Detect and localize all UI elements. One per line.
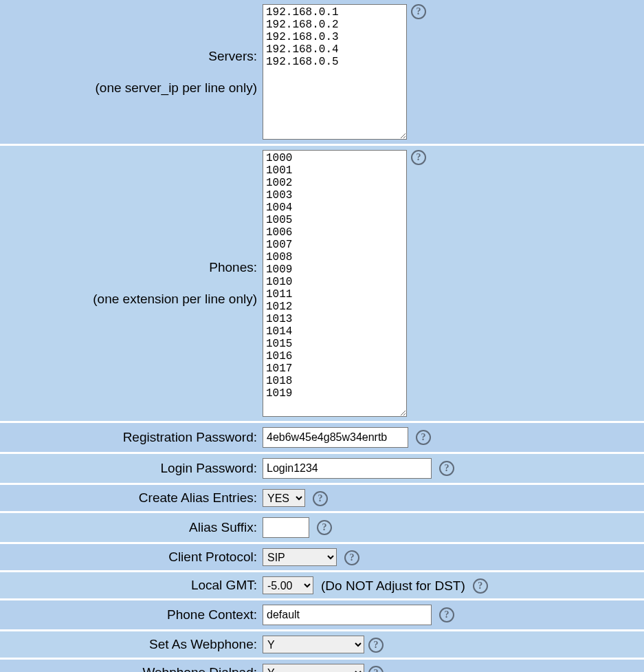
client-protocol-select[interactable]: SIP	[263, 548, 337, 566]
phone-context-input[interactable]	[263, 605, 432, 625]
create-alias-label: Create Alias Entries:	[0, 485, 260, 513]
client-protocol-label: Client Protocol:	[0, 544, 260, 572]
registration-password-label: Registration Password:	[0, 423, 260, 454]
alias-suffix-input[interactable]	[263, 517, 309, 538]
registration-password-input[interactable]	[263, 427, 408, 448]
servers-textarea[interactable]	[263, 4, 407, 140]
help-icon[interactable]: ?	[411, 150, 426, 165]
set-as-webphone-select[interactable]: Y	[263, 636, 364, 653]
set-as-webphone-label: Set As Webphone:	[0, 631, 260, 660]
servers-sublabel: (one server_ip per line only)	[3, 80, 257, 96]
phones-label: Phones:	[3, 260, 257, 275]
phones-sublabel: (one extension per line only)	[3, 292, 257, 307]
servers-label-cell: Servers: (one server_ip per line only)	[0, 0, 260, 146]
local-gmt-label: Local GMT:	[0, 572, 260, 600]
login-password-input[interactable]	[263, 458, 432, 479]
help-icon[interactable]: ?	[317, 520, 332, 535]
help-icon[interactable]: ?	[473, 578, 488, 594]
help-icon[interactable]: ?	[368, 638, 384, 653]
phone-context-label: Phone Context:	[0, 600, 260, 631]
webphone-dialpad-label: Webphone Dialpad:	[0, 660, 260, 672]
help-icon[interactable]: ?	[313, 491, 328, 506]
help-icon[interactable]: ?	[439, 607, 454, 622]
webphone-dialpad-select[interactable]: Y	[263, 664, 364, 672]
alias-suffix-label: Alias Suffix:	[0, 513, 260, 544]
local-gmt-note: (Do NOT Adjust for DST)	[321, 578, 465, 593]
local-gmt-select[interactable]: -5.00	[263, 576, 313, 594]
help-icon[interactable]: ?	[411, 4, 426, 19]
help-icon[interactable]: ?	[344, 550, 359, 565]
servers-label: Servers:	[3, 49, 257, 64]
phones-label-cell: Phones: (one extension per line only)	[0, 146, 260, 423]
login-password-label: Login Password:	[0, 454, 260, 485]
phones-textarea[interactable]	[263, 150, 407, 417]
help-icon[interactable]: ?	[416, 430, 431, 445]
help-icon[interactable]: ?	[439, 461, 454, 476]
help-icon[interactable]: ?	[368, 666, 384, 672]
create-alias-select[interactable]: YES	[263, 489, 305, 507]
